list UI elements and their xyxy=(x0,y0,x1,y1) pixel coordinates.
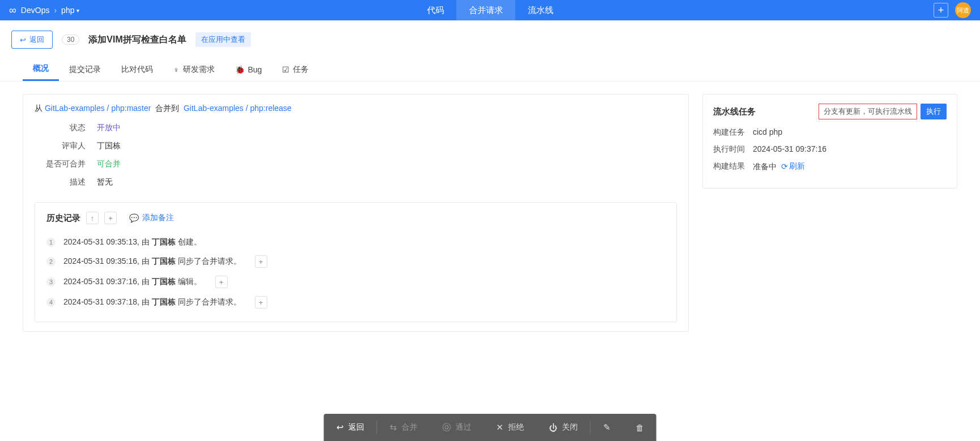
back-arrow-icon: ↩ xyxy=(20,36,26,44)
plus-icon: + xyxy=(108,214,113,222)
checklist-icon: ☑ xyxy=(282,65,289,74)
history-item-expand[interactable]: + xyxy=(255,296,267,309)
history-text: 2024-05-31 09:37:16, 由 丁国栋 编辑。 xyxy=(63,277,202,287)
history-index: 1 xyxy=(46,238,56,247)
mr-id-badge: 30 xyxy=(62,35,79,45)
history-header: 历史记录 ↑ + 💬 添加备注 xyxy=(46,212,665,224)
main-column: 从 GitLab-examples / php:master 合并到 GitLa… xyxy=(23,94,689,332)
tab-bug[interactable]: 🐞 Bug xyxy=(225,58,272,81)
tab-diff[interactable]: 比对代码 xyxy=(111,58,163,81)
build-result-label: 构建结果 xyxy=(713,161,753,172)
breadcrumb-app[interactable]: DevOps xyxy=(21,6,50,15)
tab-tasks[interactable]: ☑ 任务 xyxy=(272,58,319,81)
add-note-button[interactable]: 💬 添加备注 xyxy=(129,213,174,223)
mergeable-row: 是否可合并 可合并 xyxy=(35,159,677,169)
tab-code[interactable]: 代码 xyxy=(415,0,457,20)
from-branch-link[interactable]: GitLab-examples / php:master xyxy=(45,104,151,113)
body: 从 GitLab-examples / php:master 合并到 GitLa… xyxy=(0,82,980,377)
build-task-label: 构建任务 xyxy=(713,127,753,138)
nav-right: + 阿道 xyxy=(934,2,971,18)
breadcrumb-repo[interactable]: php ▾ xyxy=(61,6,79,15)
history-item: 12024-05-31 09:35:13, 由 丁国栋 创建。 xyxy=(46,233,665,251)
plus-icon: + xyxy=(259,298,263,307)
nav-tabs: 代码 合并请求 流水线 xyxy=(415,0,566,20)
history-add-button[interactable]: + xyxy=(104,212,117,224)
history-index: 4 xyxy=(46,298,56,307)
tab-commits[interactable]: 提交记录 xyxy=(59,58,111,81)
branch-updated-notice: 分支有更新，可执行流水线 xyxy=(819,104,917,119)
tab-requirements[interactable]: ♀ 研发需求 xyxy=(163,58,225,81)
side-column: 流水线任务 分支有更新，可执行流水线 执行 构建任务 cicd php 执行时间… xyxy=(702,94,957,189)
top-nav: ∞ DevOps › php ▾ 代码 合并请求 流水线 + 阿道 xyxy=(0,0,980,20)
refresh-label: 刷新 xyxy=(789,161,805,172)
to-branch-link[interactable]: GitLab-examples / php:release xyxy=(184,104,292,113)
status-label: 状态 xyxy=(35,123,86,133)
tab-tasks-label: 任务 xyxy=(293,65,309,75)
build-result-row: 构建结果 准备中 ⟳刷新 xyxy=(713,161,947,172)
mergeable-value: 可合并 xyxy=(97,159,121,169)
desc-label: 描述 xyxy=(35,177,86,187)
build-task-value: cicd php xyxy=(753,127,782,138)
reviewer-label: 评审人 xyxy=(35,141,86,151)
refresh-icon: ⟳ xyxy=(781,162,788,171)
breadcrumb-separator: › xyxy=(54,6,57,15)
pipeline-title: 流水线任务 xyxy=(713,106,756,117)
history-list: 12024-05-31 09:35:13, 由 丁国栋 创建。22024-05-… xyxy=(46,233,665,312)
exec-time-label: 执行时间 xyxy=(713,144,753,155)
history-panel: 历史记录 ↑ + 💬 添加备注 12024-05-31 09:35:13, 由 … xyxy=(35,202,677,322)
tab-overview[interactable]: 概况 xyxy=(23,58,59,81)
history-item: 32024-05-31 09:37:16, 由 丁国栋 编辑。+ xyxy=(46,272,665,292)
history-text: 2024-05-31 09:37:18, 由 丁国栋 同步了合并请求。 xyxy=(63,297,241,307)
add-note-label: 添加备注 xyxy=(142,213,174,223)
tab-requirements-label: 研发需求 xyxy=(183,65,215,75)
mergeable-label: 是否可合并 xyxy=(35,159,86,169)
add-button[interactable]: + xyxy=(934,3,948,18)
page-title: 添加VIM拼写检查白名单 xyxy=(88,34,186,46)
page-header: ↩ 返回 30 添加VIM拼写检查白名单 在应用中查看 xyxy=(0,20,980,52)
bug-icon: 🐞 xyxy=(235,65,245,74)
tab-merge-request[interactable]: 合并请求 xyxy=(457,0,515,20)
exec-time-row: 执行时间 2024-05-31 09:37:16 xyxy=(713,144,947,155)
desc-row: 描述 暂无 xyxy=(35,177,677,187)
status-value: 开放中 xyxy=(97,123,121,133)
build-result-text: 准备中 xyxy=(753,162,777,171)
app-icon: ∞ xyxy=(9,5,16,16)
from-label: 从 xyxy=(35,104,42,113)
history-item: 42024-05-31 09:37:18, 由 丁国栋 同步了合并请求。+ xyxy=(46,292,665,312)
history-title: 历史记录 xyxy=(46,213,80,224)
branch-line: 从 GitLab-examples / php:master 合并到 GitLa… xyxy=(35,104,677,114)
mr-tabs: 概况 提交记录 比对代码 ♀ 研发需求 🐞 Bug ☑ 任务 xyxy=(0,52,980,82)
history-item-expand[interactable]: + xyxy=(255,255,267,268)
view-in-app-button[interactable]: 在应用中查看 xyxy=(195,32,251,47)
refresh-button[interactable]: ⟳刷新 xyxy=(781,161,805,172)
build-result-value: 准备中 ⟳刷新 xyxy=(753,161,805,172)
back-label: 返回 xyxy=(29,35,44,45)
pipeline-header: 流水线任务 分支有更新，可执行流水线 执行 xyxy=(713,104,947,119)
chevron-down-icon: ▾ xyxy=(76,7,79,14)
desc-value: 暂无 xyxy=(97,177,113,187)
history-text: 2024-05-31 09:35:13, 由 丁国栋 创建。 xyxy=(63,237,202,247)
lightbulb-icon: ♀ xyxy=(173,65,180,74)
history-item: 22024-05-31 09:35:16, 由 丁国栋 同步了合并请求。+ xyxy=(46,251,665,272)
history-up-button[interactable]: ↑ xyxy=(86,212,99,224)
to-label: 合并到 xyxy=(155,104,179,113)
build-task-row: 构建任务 cicd php xyxy=(713,127,947,138)
history-item-expand[interactable]: + xyxy=(215,276,228,288)
exec-time-value: 2024-05-31 09:37:16 xyxy=(753,144,826,155)
status-row: 状态 开放中 xyxy=(35,123,677,133)
reviewer-value: 丁国栋 xyxy=(97,141,121,151)
breadcrumb-repo-label: php xyxy=(61,6,74,15)
pipeline-panel: 流水线任务 分支有更新，可执行流水线 执行 构建任务 cicd php 执行时间… xyxy=(702,94,957,189)
execute-button[interactable]: 执行 xyxy=(921,104,947,119)
arrow-up-icon: ↑ xyxy=(91,214,95,222)
plus-icon: + xyxy=(259,258,263,266)
back-button[interactable]: ↩ 返回 xyxy=(11,31,53,49)
breadcrumb: ∞ DevOps › php ▾ xyxy=(9,5,79,16)
plus-icon: + xyxy=(219,278,224,286)
plus-icon: + xyxy=(938,5,944,16)
comment-icon: 💬 xyxy=(129,213,139,222)
tab-pipeline[interactable]: 流水线 xyxy=(515,0,566,20)
avatar[interactable]: 阿道 xyxy=(955,2,971,18)
merge-info-panel: 从 GitLab-examples / php:master 合并到 GitLa… xyxy=(23,94,689,332)
reviewer-row: 评审人 丁国栋 xyxy=(35,141,677,151)
